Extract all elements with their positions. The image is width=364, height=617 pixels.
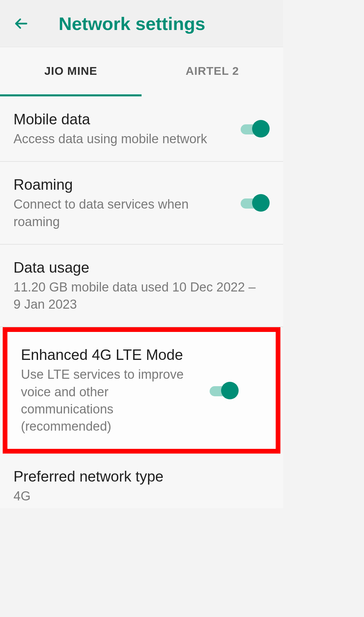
roaming-toggle[interactable] <box>241 196 270 210</box>
tab-label: AIRTEL 2 <box>186 64 239 78</box>
switch-thumb <box>221 382 239 399</box>
tab-sim-1[interactable]: JIO MINE <box>0 47 142 96</box>
page-title: Network settings <box>59 13 205 34</box>
switch-thumb <box>252 120 270 137</box>
row-subtitle: 11.20 GB mobile data used 10 Dec 2022 – … <box>13 279 262 313</box>
tab-label: JIO MINE <box>44 64 97 78</box>
row-subtitle: Use LTE services to improve voice and ot… <box>21 366 202 435</box>
row-enhanced-lte[interactable]: Enhanced 4G LTE Mode Use LTE services to… <box>7 332 276 449</box>
row-title: Enhanced 4G LTE Mode <box>21 345 202 364</box>
row-title: Preferred network type <box>13 467 262 486</box>
row-data-usage[interactable]: Data usage 11.20 GB mobile data used 10 … <box>0 245 283 328</box>
highlight-box: Enhanced 4G LTE Mode Use LTE services to… <box>3 327 280 453</box>
tab-sim-2[interactable]: AIRTEL 2 <box>142 47 283 96</box>
enhanced-lte-toggle[interactable] <box>210 384 239 397</box>
switch-thumb <box>252 194 270 212</box>
row-mobile-data[interactable]: Mobile data Access data using mobile net… <box>0 96 283 162</box>
row-text: Preferred network type 4G <box>13 467 270 505</box>
row-roaming[interactable]: Roaming Connect to data services when ro… <box>0 162 283 245</box>
row-preferred-network[interactable]: Preferred network type 4G <box>0 454 283 508</box>
back-arrow-icon[interactable] <box>13 16 28 31</box>
row-subtitle: 4G <box>13 488 262 505</box>
row-subtitle: Access data using mobile network <box>13 130 233 148</box>
sim-tabs: JIO MINE AIRTEL 2 <box>0 47 283 96</box>
row-text: Roaming Connect to data services when ro… <box>13 175 241 230</box>
row-text: Mobile data Access data using mobile net… <box>13 110 241 148</box>
mobile-data-toggle[interactable] <box>241 122 270 135</box>
row-text: Data usage 11.20 GB mobile data used 10 … <box>13 258 270 313</box>
row-title: Roaming <box>13 175 233 194</box>
row-title: Data usage <box>13 258 262 277</box>
settings-list: Mobile data Access data using mobile net… <box>0 96 283 508</box>
row-subtitle: Connect to data services when roaming <box>13 196 233 230</box>
app-header: Network settings <box>0 0 283 47</box>
row-text: Enhanced 4G LTE Mode Use LTE services to… <box>21 345 210 435</box>
row-title: Mobile data <box>13 110 233 128</box>
